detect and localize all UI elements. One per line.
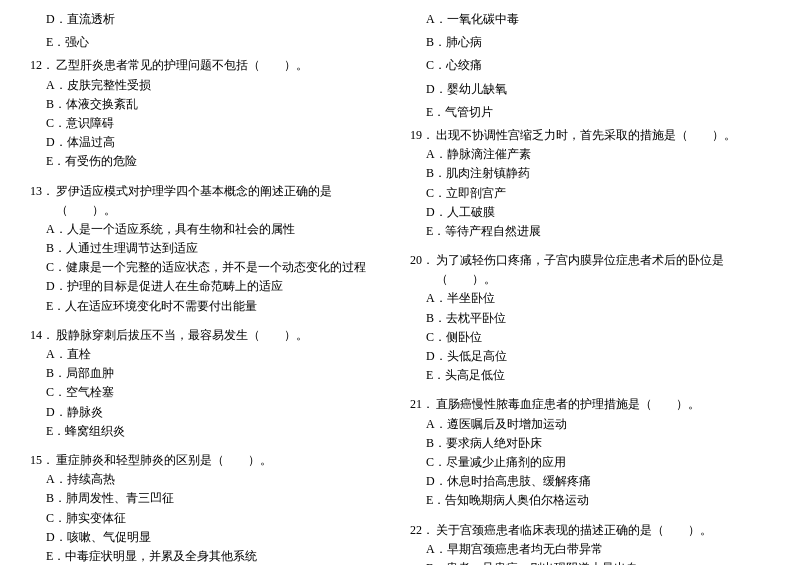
q20-a: A．半坐卧位 [410, 289, 770, 308]
q21-title: 21． 直肠癌慢性脓毒血症患者的护理措施是（ ）。 [410, 395, 770, 414]
q21-a: A．遵医嘱后及时增加运动 [410, 415, 770, 434]
question-22: 22． 关于宫颈癌患者临床表现的描述正确的是（ ）。 A．早期宫颈癌患者均无白带… [410, 521, 770, 566]
q20-c: C．侧卧位 [410, 328, 770, 347]
q13-num: 13． [30, 182, 54, 220]
q15-d: D．咳嗽、气促明显 [30, 528, 390, 547]
q21-d: D．休息时抬高患肢、缓解疼痛 [410, 472, 770, 491]
q14-title: 14． 股静脉穿刺后拔压不当，最容易发生（ ）。 [30, 326, 390, 345]
q14-c: C．空气栓塞 [30, 383, 390, 402]
q22-num: 22． [410, 521, 434, 540]
q12-text: 乙型肝炎患者常见的护理问题不包括（ ）。 [56, 56, 308, 75]
q12-title: 12． 乙型肝炎患者常见的护理问题不包括（ ）。 [30, 56, 390, 75]
option-e-11: E．强心 [30, 33, 390, 52]
q13-d: D．护理的目标是促进人在生命范畴上的适应 [30, 277, 390, 296]
q20-title: 20． 为了减轻伤口疼痛，子宫内膜异位症患者术后的卧位是（ ）。 [410, 251, 770, 289]
q19-b: B．肌肉注射镇静药 [410, 164, 770, 183]
q13-text: 罗伊适应模式对护理学四个基本概念的阐述正确的是（ ）。 [56, 182, 390, 220]
q12-c: C．意识障碍 [30, 114, 390, 133]
q22-b: B．患者一旦患病，则出现阴道大量出血 [410, 559, 770, 565]
q21-b: B．要求病人绝对卧床 [410, 434, 770, 453]
q20-d: D．头低足高位 [410, 347, 770, 366]
q15-c: C．肺实变体征 [30, 509, 390, 528]
q18-e: E．气管切片 [410, 103, 770, 122]
q13-b: B．人通过生理调节达到适应 [30, 239, 390, 258]
q20-num: 20． [410, 251, 434, 289]
q20-b: B．去枕平卧位 [410, 309, 770, 328]
q15-text: 重症肺炎和轻型肺炎的区别是（ ）。 [56, 451, 272, 470]
q15-b: B．肺周发性、青三凹征 [30, 489, 390, 508]
q19-c: C．立即剖宫产 [410, 184, 770, 203]
q12-a: A．皮肤完整性受损 [30, 76, 390, 95]
q13-c: C．健康是一个完整的适应状态，并不是一个动态变化的过程 [30, 258, 390, 277]
q13-title: 13． 罗伊适应模式对护理学四个基本概念的阐述正确的是（ ）。 [30, 182, 390, 220]
q15-num: 15． [30, 451, 54, 470]
q22-title: 22． 关于宫颈癌患者临床表现的描述正确的是（ ）。 [410, 521, 770, 540]
q18-a: A．一氧化碳中毒 [410, 10, 770, 29]
question-20: 20． 为了减轻伤口疼痛，子宫内膜异位症患者术后的卧位是（ ）。 A．半坐卧位 … [410, 251, 770, 385]
left-column: D．直流透析 E．强心 12． 乙型肝炎患者常见的护理问题不包括（ ）。 A．皮… [30, 10, 390, 565]
q19-e: E．等待产程自然进展 [410, 222, 770, 241]
q19-d: D．人工破膜 [410, 203, 770, 222]
option-d-11: D．直流透析 [30, 10, 390, 29]
q13-a: A．人是一个适应系统，具有生物和社会的属性 [30, 220, 390, 239]
q19-title: 19． 出现不协调性宫缩乏力时，首先采取的措施是（ ）。 [410, 126, 770, 145]
q14-text: 股静脉穿刺后拔压不当，最容易发生（ ）。 [56, 326, 308, 345]
q20-text: 为了减轻伤口疼痛，子宫内膜异位症患者术后的卧位是（ ）。 [436, 251, 770, 289]
q12-b: B．体液交换紊乱 [30, 95, 390, 114]
question-14: 14． 股静脉穿刺后拔压不当，最容易发生（ ）。 A．直栓 B．局部血肿 C．空… [30, 326, 390, 441]
q12-e: E．有受伤的危险 [30, 152, 390, 171]
q22-text: 关于宫颈癌患者临床表现的描述正确的是（ ）。 [436, 521, 712, 540]
q18-c: C．心绞痛 [410, 56, 770, 75]
q22-a: A．早期宫颈癌患者均无白带异常 [410, 540, 770, 559]
question-13: 13． 罗伊适应模式对护理学四个基本概念的阐述正确的是（ ）。 A．人是一个适应… [30, 182, 390, 316]
q18-b: B．肺心病 [410, 33, 770, 52]
q12-num: 12． [30, 56, 54, 75]
question-21: 21． 直肠癌慢性脓毒血症患者的护理措施是（ ）。 A．遵医嘱后及时增加运动 B… [410, 395, 770, 510]
question-19: 19． 出现不协调性宫缩乏力时，首先采取的措施是（ ）。 A．静脉滴注催产素 B… [410, 126, 770, 241]
q14-num: 14． [30, 326, 54, 345]
q19-a: A．静脉滴注催产素 [410, 145, 770, 164]
q15-a: A．持续高热 [30, 470, 390, 489]
question-15: 15． 重症肺炎和轻型肺炎的区别是（ ）。 A．持续高热 B．肺周发性、青三凹征… [30, 451, 390, 565]
q14-a: A．直栓 [30, 345, 390, 364]
q15-e: E．中毒症状明显，并累及全身其他系统 [30, 547, 390, 565]
q21-c: C．尽量减少止痛剂的应用 [410, 453, 770, 472]
q15-title: 15． 重症肺炎和轻型肺炎的区别是（ ）。 [30, 451, 390, 470]
right-column: A．一氧化碳中毒 B．肺心病 C．心绞痛 D．婴幼儿缺氧 E．气管切片 19． … [410, 10, 770, 565]
q18-d: D．婴幼儿缺氧 [410, 80, 770, 99]
q14-e: E．蜂窝组织炎 [30, 422, 390, 441]
q21-num: 21． [410, 395, 434, 414]
q12-d: D．体温过高 [30, 133, 390, 152]
q14-d: D．静脉炎 [30, 403, 390, 422]
q21-e: E．告知晚期病人奥伯尔格运动 [410, 491, 770, 510]
q14-b: B．局部血肿 [30, 364, 390, 383]
question-12: 12． 乙型肝炎患者常见的护理问题不包括（ ）。 A．皮肤完整性受损 B．体液交… [30, 56, 390, 171]
q13-e: E．人在适应环境变化时不需要付出能量 [30, 297, 390, 316]
q19-text: 出现不协调性宫缩乏力时，首先采取的措施是（ ）。 [436, 126, 736, 145]
q20-e: E．头高足低位 [410, 366, 770, 385]
q19-num: 19． [410, 126, 434, 145]
q21-text: 直肠癌慢性脓毒血症患者的护理措施是（ ）。 [436, 395, 700, 414]
